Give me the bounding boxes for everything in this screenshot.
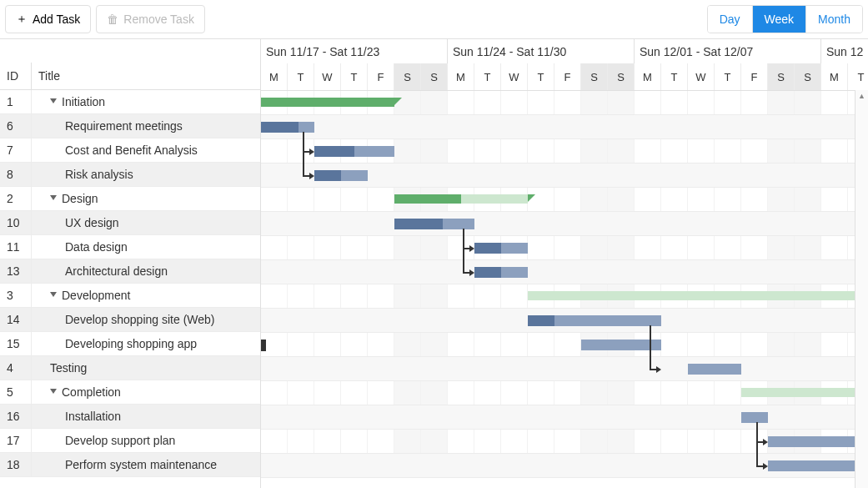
task-bar[interactable] [768, 460, 868, 471]
table-row[interactable]: 8Risk analysis [0, 163, 260, 187]
add-task-button[interactable]: ＋ Add Task [5, 5, 91, 33]
task-id: 18 [0, 453, 32, 476]
summary-bar[interactable] [394, 194, 528, 204]
table-row[interactable]: 11Data design [0, 235, 260, 259]
day-header: F [741, 63, 768, 90]
day-header: T [528, 63, 554, 90]
week-header: Sun 12 [821, 39, 868, 63]
task-title: Risk analysis [32, 163, 260, 186]
task-title: Completion [32, 380, 260, 404]
timeline-row [261, 236, 868, 260]
view-toggle: Day Week Month [707, 5, 863, 33]
right-pane: Sun 11/17 - Sat 11/23Sun 11/24 - Sat 11/… [261, 39, 868, 488]
task-id: 8 [0, 163, 32, 186]
expand-icon[interactable] [50, 98, 57, 103]
timeline-row [261, 91, 868, 115]
table-row[interactable]: 2Design [0, 187, 260, 211]
milestone-icon[interactable] [261, 340, 266, 351]
table-row[interactable]: 5Completion [0, 380, 260, 405]
table-row[interactable]: 10UX design [0, 211, 260, 235]
task-bar[interactable] [314, 146, 394, 157]
task-id: 5 [0, 380, 32, 404]
trash-icon: 🗑 [107, 13, 118, 26]
summary-bar[interactable] [261, 98, 394, 107]
dependency-arrow-icon [309, 173, 314, 179]
scrollbar[interactable] [855, 90, 868, 488]
expand-icon[interactable] [50, 195, 57, 200]
table-row[interactable]: 14Develop shopping site (Web) [0, 308, 260, 332]
day-header: F [368, 63, 394, 90]
view-month-button[interactable]: Month [806, 6, 862, 33]
task-bar[interactable] [741, 412, 768, 423]
task-title: Design [32, 187, 260, 210]
day-header: M [821, 63, 848, 90]
task-title: Requirement meetings [32, 114, 260, 138]
table-row[interactable]: 17Develop support plan [0, 429, 260, 453]
task-title: Develop support plan [32, 429, 260, 452]
dependency-arrow-icon [656, 366, 661, 373]
day-header: M [635, 63, 661, 90]
table-row[interactable]: 7Cost and Benefit Analysis [0, 138, 260, 163]
day-header: S [795, 63, 821, 90]
task-id: 3 [0, 284, 32, 307]
timeline-body[interactable] [261, 91, 868, 478]
task-title: Cost and Benefit Analysis [32, 138, 260, 162]
table-row[interactable]: 6Requirement meetings [0, 114, 260, 138]
view-day-button[interactable]: Day [708, 6, 753, 33]
week-row: Sun 11/17 - Sat 11/23Sun 11/24 - Sat 11/… [261, 39, 868, 63]
table-row[interactable]: 16Installation [0, 405, 260, 429]
task-title: Testing [32, 356, 260, 380]
table-row[interactable]: 3Development [0, 284, 260, 308]
gantt-container: ID Title 1Initiation6Requirement meeting… [0, 38, 868, 488]
day-header: W [688, 63, 715, 90]
timeline-row [261, 381, 868, 405]
timeline-row [261, 164, 868, 188]
day-header: S [768, 63, 795, 90]
task-id: 13 [0, 259, 32, 283]
task-id: 14 [0, 308, 32, 331]
expand-icon[interactable] [50, 389, 57, 394]
task-bar[interactable] [261, 122, 314, 133]
add-task-label: Add Task [33, 13, 80, 26]
table-row[interactable]: 4Testing [0, 356, 260, 380]
task-id: 6 [0, 114, 32, 138]
column-id-header[interactable]: ID [0, 63, 32, 89]
remove-task-button[interactable]: 🗑 Remove Task [96, 5, 205, 33]
summary-bar[interactable] [528, 291, 868, 300]
expand-icon[interactable] [50, 292, 57, 297]
task-title: UX design [32, 211, 260, 234]
task-bar[interactable] [474, 243, 528, 254]
task-title: Data design [32, 235, 260, 259]
day-header: S [421, 63, 448, 90]
task-id: 16 [0, 405, 32, 428]
day-header: F [554, 63, 581, 90]
timeline-row [261, 309, 868, 333]
timeline-row [261, 405, 868, 430]
task-id: 11 [0, 235, 32, 259]
task-id: 2 [0, 187, 32, 210]
task-bar[interactable] [688, 364, 741, 375]
timeline-row [261, 430, 868, 454]
table-row[interactable]: 13Architectural design [0, 259, 260, 284]
view-week-button[interactable]: Week [753, 6, 807, 33]
table-row[interactable]: 15Developing shopping app [0, 332, 260, 356]
task-title: Installation [32, 405, 260, 428]
task-id: 4 [0, 356, 32, 380]
week-header: Sun 12/01 - Sat 12/07 [635, 39, 821, 63]
column-title-header[interactable]: Title [32, 63, 260, 89]
dependency-arrow-icon [763, 439, 768, 445]
dependency-line [756, 422, 758, 465]
day-header: T [661, 63, 688, 90]
task-bar[interactable] [768, 436, 868, 447]
task-bar[interactable] [528, 315, 661, 326]
table-row[interactable]: 1Initiation [0, 90, 260, 114]
task-bar[interactable] [314, 170, 368, 181]
day-header: S [581, 63, 608, 90]
plus-icon: ＋ [16, 12, 28, 27]
day-header: T [715, 63, 741, 90]
timeline-row [261, 212, 868, 236]
task-bar[interactable] [474, 267, 528, 278]
summary-bar[interactable] [741, 388, 868, 397]
table-row[interactable]: 18Perform system maintenance [0, 453, 260, 477]
dependency-arrow-icon [469, 269, 474, 276]
